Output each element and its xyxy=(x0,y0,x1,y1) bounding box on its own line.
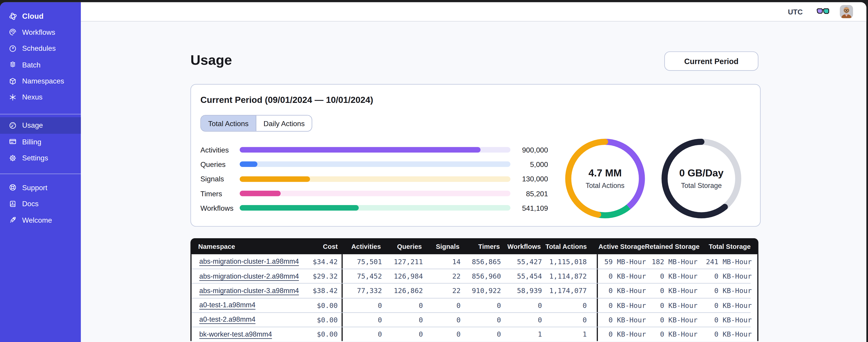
settings-icon xyxy=(8,153,17,163)
namespace-link[interactable]: abs-migration-cluster-1.a98mm4 xyxy=(199,258,299,265)
total-storage-value: 0 GB/Day xyxy=(679,167,723,179)
column-header: Total Storage xyxy=(696,242,750,250)
sidebar-item-label: Docs xyxy=(22,200,39,208)
sidebar-item-nexus[interactable]: Nexus xyxy=(0,89,81,105)
bar-row-queries: Queries5,000 xyxy=(200,157,548,172)
table-cell: 0 KB-Hour xyxy=(698,301,752,309)
namespace-link[interactable]: a0-test-1.a98mm4 xyxy=(199,301,255,309)
bar-label: Signals xyxy=(200,175,240,183)
namespace-usage-table: NamespaceCostActivitiesQueriesSignalsTim… xyxy=(190,238,758,341)
sidebar-item-schedules[interactable]: Schedules xyxy=(0,40,81,57)
table-row: a0-test-1.a98mm4$0.000000000 KB-Hour0 KB… xyxy=(192,298,751,312)
sidebar-item-label: Support xyxy=(22,183,48,192)
sidebar-item-label: Namespaces xyxy=(22,77,64,85)
column-header: Signals xyxy=(422,242,460,250)
sidebar-item-docs[interactable]: Docs xyxy=(0,196,81,212)
bar-fill xyxy=(240,176,310,182)
namespace-link[interactable]: a0-test-2.a98mm4 xyxy=(199,316,255,323)
sidebar-item-usage[interactable]: Usage xyxy=(0,117,81,134)
sidebar-divider xyxy=(0,173,81,174)
support-icon xyxy=(8,183,17,192)
sidebar-item-settings[interactable]: Settings xyxy=(0,150,81,166)
sidebar-item-welcome[interactable]: Welcome xyxy=(0,212,81,228)
table-cell: 0 KB-Hour xyxy=(698,286,752,295)
table-cell: 0 KB-Hour xyxy=(598,316,646,324)
sidebar-item-label: Settings xyxy=(22,154,48,162)
table-row: abs-migration-cluster-1.a98mm4$34.4275,5… xyxy=(192,254,751,269)
account-menu[interactable] xyxy=(840,5,858,18)
table-cell: 0 KB-Hour xyxy=(698,316,752,324)
docs-icon xyxy=(8,199,17,208)
table-cell: 241 MB-Hour xyxy=(698,258,752,266)
table-cell: 127,211 xyxy=(382,258,423,266)
table-cell: 22 xyxy=(423,272,461,280)
namespace-link[interactable]: abs-migration-cluster-2.a98mm4 xyxy=(199,272,299,280)
table-cell: 910,922 xyxy=(461,286,501,295)
table-cell: 55,427 xyxy=(501,258,542,266)
table-cell: 0 xyxy=(423,301,461,309)
donut-charts: 4.7 MM Total Actions 0 GB/Day Total Stor… xyxy=(564,138,742,219)
bar-row-activities: Activities900,000 xyxy=(200,143,548,157)
column-header: Active Storage xyxy=(597,242,645,250)
table-cell: 1,114,872 xyxy=(542,269,598,283)
bar-track xyxy=(240,176,510,182)
table-cell: 0 xyxy=(343,301,382,309)
sidebar-divider xyxy=(0,114,81,114)
column-header: Workflows xyxy=(500,242,541,250)
table-cell: 1 xyxy=(501,330,542,338)
table-cell: 0 KB-Hour xyxy=(646,286,698,295)
table-cell: 0 xyxy=(343,330,382,338)
bar-row-workflows: Workflows541,109 xyxy=(200,201,548,215)
table-cell: 0 xyxy=(461,330,501,338)
table-cell: 75,501 xyxy=(343,258,382,266)
column-header: Retained Storage xyxy=(645,242,696,250)
period-selector-button[interactable]: Current Period xyxy=(664,52,758,71)
namespace-cell: bk-worker-test.a98mm4 xyxy=(192,330,311,338)
sidebar-item-label: Workflows xyxy=(22,28,55,37)
bar-track xyxy=(240,205,510,211)
table-cell: 58,939 xyxy=(501,286,542,295)
namespace-cell: abs-migration-cluster-1.a98mm4 xyxy=(192,258,311,265)
sidebar-item-billing[interactable]: Billing xyxy=(0,134,81,150)
bar-value: 900,000 xyxy=(510,146,548,154)
sidebar-item-workflows[interactable]: Workflows xyxy=(0,24,81,40)
namespaces-icon xyxy=(8,76,17,85)
bar-value: 130,000 xyxy=(510,175,548,183)
namespace-link[interactable]: abs-migration-cluster-3.a98mm4 xyxy=(199,287,299,295)
sidebar-collapse-button[interactable] xyxy=(63,11,72,20)
table-cell: $0.00 xyxy=(311,327,343,341)
sidebar-group-help: SupportDocsWelcome xyxy=(0,179,81,228)
timezone-selector[interactable]: UTC xyxy=(785,7,806,16)
sidebar-item-namespaces[interactable]: Namespaces xyxy=(0,73,81,89)
table-cell: 0 KB-Hour xyxy=(646,316,698,324)
nexus-icon xyxy=(8,93,17,102)
table-cell: 0 KB-Hour xyxy=(646,272,698,280)
sidebar-item-support[interactable]: Support xyxy=(0,179,81,196)
table-cell: 0 KB-Hour xyxy=(598,272,646,280)
column-header: Timers xyxy=(460,242,500,250)
glasses-button[interactable] xyxy=(816,8,829,15)
sidebar-group-main: WorkflowsSchedulesBatchNamespacesNexus xyxy=(0,24,81,105)
table-cell: 0 KB-Hour xyxy=(598,301,646,309)
table-cell: 22 xyxy=(423,286,461,295)
table-cell: 0 KB-Hour xyxy=(646,330,698,338)
card-title: Current Period (09/01/2024 — 10/01/2024) xyxy=(200,95,373,105)
namespace-cell: abs-migration-cluster-3.a98mm4 xyxy=(192,287,311,295)
schedules-icon xyxy=(8,44,17,53)
namespace-link[interactable]: bk-worker-test.a98mm4 xyxy=(199,330,272,338)
bar-fill xyxy=(240,191,281,196)
bar-label: Timers xyxy=(200,189,240,198)
tab-total-actions[interactable]: Total Actions xyxy=(201,115,256,131)
table-cell: 182 MB-Hour xyxy=(646,258,698,266)
tab-daily-actions[interactable]: Daily Actions xyxy=(256,115,312,131)
bar-fill xyxy=(240,147,480,153)
sidebar-group-account: UsageBillingSettings xyxy=(0,117,81,166)
timezone-label: UTC xyxy=(788,7,803,16)
billing-icon xyxy=(8,137,17,146)
table-cell: 0 xyxy=(382,301,423,309)
sidebar-item-batch[interactable]: Batch xyxy=(0,57,81,73)
sidebar-header: Cloud xyxy=(0,8,81,24)
table-cell: 0 xyxy=(542,313,598,327)
total-actions-value: 4.7 MM xyxy=(589,167,622,179)
total-actions-donut: 4.7 MM Total Actions xyxy=(564,138,646,219)
